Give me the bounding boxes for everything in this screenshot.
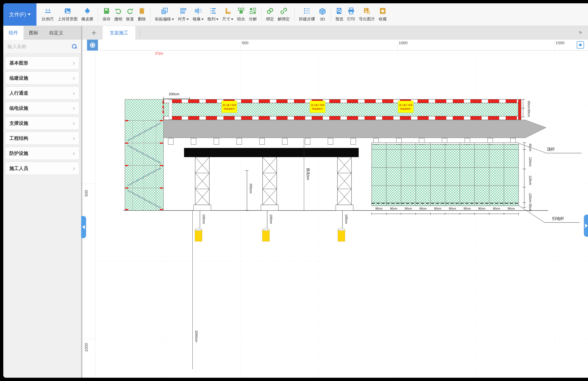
unbind-icon: [280, 7, 288, 15]
drawing-viewport[interactable]: 5001000 37px进入施工现场请减速慢行进入施工现场请减速慢行进入施工现场…: [82, 51, 588, 378]
svg-text:90cm: 90cm: [390, 207, 397, 210]
sidebar-category-1[interactable]: 临建设施›: [5, 71, 79, 85]
dimension-icon: [224, 7, 231, 15]
fit-view-icon[interactable]: [577, 41, 584, 49]
chevron-right-icon: ›: [73, 60, 75, 66]
svg-text:90cm: 90cm: [419, 207, 426, 210]
toolbar-button-label: 收藏: [379, 16, 387, 22]
canvas-area: + 支架施工 » 50010001500 5001000 37px进入施工现场请…: [82, 26, 588, 378]
toolbar-button-label: 对齐: [178, 16, 186, 22]
scaffold-drawing[interactable]: 37px进入施工现场请减速慢行进入施工现场请减速慢行进入施工现场请减速慢行90c…: [82, 51, 588, 378]
tab-document[interactable]: 支架施工: [103, 26, 135, 40]
svg-text:90cm: 90cm: [478, 207, 485, 210]
ruler-label: 1000: [399, 41, 408, 45]
collapse-chevrons-icon[interactable]: »: [579, 28, 582, 36]
sidebar-category-6[interactable]: 防护设施›: [5, 147, 79, 160]
sidebar-category-label: 工程结构: [9, 135, 73, 142]
toolbar-separator: [261, 7, 262, 22]
svg-text:37px: 37px: [155, 51, 163, 55]
svg-text:90cm: 90cm: [449, 207, 456, 210]
sidebar-tab-2[interactable]: 自定义: [44, 26, 69, 40]
toolbar-button-label: 镜像: [193, 16, 201, 22]
print-icon: [347, 7, 355, 15]
toolbar-button-label: 撤销: [114, 16, 122, 22]
svg-text:120cm: 120cm: [528, 175, 532, 185]
toolbar-separator: [150, 7, 150, 22]
svg-text:60cm: 60cm: [527, 109, 531, 117]
svg-text:90cm: 90cm: [375, 207, 382, 210]
toolbar-button-scatter[interactable]: 散列: [206, 7, 220, 22]
toolbar-button-print[interactable]: 打印: [345, 7, 357, 22]
sidebar-category-label: 防护设施: [9, 150, 73, 156]
toolbar-button-scale[interactable]: 1:1比例尺: [40, 7, 56, 22]
toolbar-button-ungroup[interactable]: 分解: [247, 7, 259, 22]
sidebar-category-2[interactable]: 人行通道›: [5, 86, 79, 100]
svg-text:120cm: 120cm: [528, 157, 532, 167]
svg-text:2000cm: 2000cm: [195, 330, 198, 342]
sidebar-tabs: 组件图标自定义: [3, 26, 81, 40]
svg-text:90cm: 90cm: [507, 207, 515, 210]
toolbar-button-bind[interactable]: 绑定: [264, 7, 276, 22]
toolbar-button-undo[interactable]: 撤销: [112, 7, 124, 22]
toolbar-button-label: 拆建步骤: [299, 16, 315, 22]
toolbar-button-paste-offset[interactable]: 粘贴偏移: [153, 7, 176, 22]
toolbar-button-label: 组合: [237, 16, 245, 22]
sidebar-category-4[interactable]: 支撑设施›: [5, 117, 79, 130]
sidebar-category-7[interactable]: 施工人员›: [5, 162, 79, 175]
ruler-label: 500: [242, 41, 249, 45]
sidebar-category-3[interactable]: 临电设施›: [5, 102, 79, 115]
ruler-origin-icon[interactable]: [87, 40, 98, 51]
undo-icon: [115, 7, 122, 15]
toolbar-button-label: 上传背景图: [58, 16, 78, 22]
toolbar-button-delete[interactable]: 删除: [136, 7, 148, 22]
toolbar-button-mirror[interactable]: 镜像: [191, 7, 206, 22]
file-menu-button[interactable]: 文件(F): [3, 3, 37, 26]
toolbar-button-save[interactable]: 保存: [101, 7, 112, 22]
toolbar-button-label: 粘贴偏移: [155, 16, 171, 22]
search-icon[interactable]: [72, 44, 77, 49]
svg-text:90cm: 90cm: [405, 207, 412, 210]
svg-text:60cm: 60cm: [527, 101, 531, 109]
sidebar-tab-0[interactable]: 组件: [3, 26, 23, 40]
arrow-right-icon: [585, 224, 588, 228]
drawing-canvas[interactable]: 37px进入施工现场请减速慢行进入施工现场请减速慢行进入施工现场请减速慢行90c…: [82, 51, 588, 378]
search-input[interactable]: [7, 44, 72, 49]
sidebar-collapse-handle[interactable]: [81, 216, 86, 238]
toolbar-button-upload-image[interactable]: 上传背景图: [56, 7, 80, 22]
svg-text:进入施工现场: 进入施工现场: [223, 104, 236, 106]
chevron-down-icon: [201, 19, 204, 20]
svg-text:进入施工现场: 进入施工现场: [311, 104, 324, 106]
toolbar-button-label: 保存: [103, 16, 110, 22]
sidebar-category-label: 临建设施: [9, 75, 73, 81]
toolbar-button-eraser[interactable]: 橡皮擦: [80, 7, 95, 22]
toolbar-groups: 1:1比例尺上传背景图橡皮擦保存撤销恢复删除粘贴偏移对齐镜像散列尺寸组合分解绑定…: [37, 3, 389, 26]
toolbar-button-preview[interactable]: 预览: [334, 7, 345, 22]
toolbar-button-unbind[interactable]: 解绑定: [276, 7, 292, 22]
toolbar-button-cube-3d[interactable]: 3D: [317, 8, 328, 21]
toolbar-separator: [98, 7, 98, 22]
sidebar-category-5[interactable]: 工程结构›: [5, 132, 79, 145]
ruler-tick: [554, 40, 555, 51]
toolbar-button-dimension[interactable]: 尺寸: [220, 7, 235, 22]
toolbar-button-export-image[interactable]: 导出图片: [357, 7, 377, 22]
chevron-down-icon: [216, 19, 218, 20]
toolbar-button-redo[interactable]: 恢复: [124, 7, 136, 22]
svg-text:90cm: 90cm: [493, 207, 500, 210]
chevron-right-icon: ›: [73, 105, 75, 111]
panel-collapse-handle[interactable]: [584, 215, 588, 237]
cube-3d-icon: [319, 8, 326, 16]
toolbar: 文件(F) 1:1比例尺上传背景图橡皮擦保存撤销恢复删除粘贴偏移对齐镜像散列尺寸…: [3, 3, 588, 26]
toolbar-button-align[interactable]: 对齐: [176, 7, 191, 22]
sidebar-category-0[interactable]: 基本图形›: [5, 56, 79, 69]
sidebar-tab-1[interactable]: 图标: [23, 26, 44, 40]
toolbar-button-favorite[interactable]: 收藏: [377, 7, 389, 22]
eraser-icon: [84, 7, 91, 15]
add-tab-button[interactable]: +: [89, 28, 99, 37]
toolbar-button-group[interactable]: 组合: [235, 7, 247, 22]
toolbar-button-steps[interactable]: 拆建步骤: [297, 7, 317, 22]
sidebar-category-label: 支撑设施: [9, 120, 73, 127]
sidebar-divider: [81, 26, 82, 378]
toolbar-button-label: 橡皮擦: [81, 16, 93, 22]
steps-icon: [303, 7, 311, 15]
chevron-down-icon: [231, 19, 233, 20]
